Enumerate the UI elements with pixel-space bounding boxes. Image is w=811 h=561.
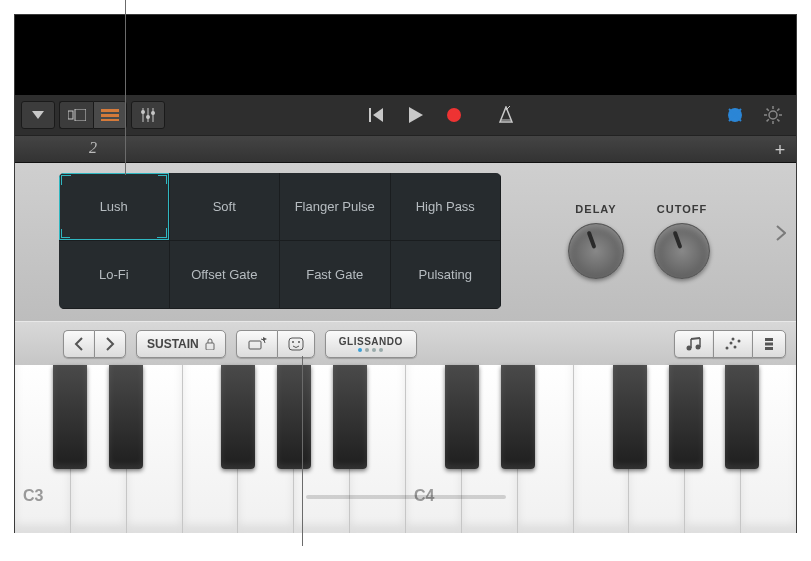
chevron-left-icon xyxy=(74,337,84,351)
delay-knob[interactable] xyxy=(568,223,624,279)
svg-point-44 xyxy=(738,339,741,342)
svg-line-28 xyxy=(777,109,779,111)
view-list-button[interactable] xyxy=(93,101,127,129)
octave-up-button[interactable] xyxy=(94,330,126,358)
svg-point-35 xyxy=(298,341,300,343)
add-track-button[interactable]: + xyxy=(770,140,790,161)
chord-stack-icon xyxy=(763,337,775,351)
lock-icon xyxy=(205,338,215,350)
preset-lo-fi[interactable]: Lo-Fi xyxy=(59,241,170,309)
keyboard-scroll-indicator[interactable] xyxy=(306,495,506,499)
svg-rect-48 xyxy=(765,347,773,350)
panel-next-button[interactable] xyxy=(776,223,786,246)
chevron-right-icon xyxy=(776,225,786,241)
preset-label: Fast Gate xyxy=(306,267,363,282)
knob-area: DELAY CUTOFF xyxy=(529,173,749,309)
preset-label: Lush xyxy=(100,199,128,214)
face-icon xyxy=(288,337,304,351)
master-effects-button[interactable] xyxy=(718,101,752,129)
rewind-button[interactable] xyxy=(361,101,395,129)
svg-marker-0 xyxy=(32,111,44,119)
svg-point-41 xyxy=(726,346,729,349)
arpeggio-chord-button[interactable] xyxy=(752,330,786,358)
timeline-ruler[interactable]: 2 + xyxy=(15,135,796,163)
cutoff-knob-label: CUTOFF xyxy=(657,203,707,215)
arpeggio-pattern-button[interactable] xyxy=(713,330,752,358)
keyboard-mode-button[interactable] xyxy=(236,330,277,358)
svg-rect-31 xyxy=(249,341,261,349)
view-split-button[interactable] xyxy=(59,101,93,129)
preset-high-pass[interactable]: High Pass xyxy=(391,173,502,241)
preset-lush[interactable]: Lush xyxy=(59,173,170,241)
svg-line-27 xyxy=(777,119,779,121)
svg-rect-2 xyxy=(75,109,86,121)
black-key[interactable] xyxy=(501,365,535,469)
record-icon xyxy=(447,108,461,122)
preset-soft[interactable]: Soft xyxy=(170,173,281,241)
view-list-icon xyxy=(101,109,119,121)
svg-point-21 xyxy=(769,111,777,119)
svg-rect-3 xyxy=(101,109,119,112)
svg-rect-47 xyxy=(765,342,773,345)
gear-icon xyxy=(764,106,782,124)
keyboard-swap-icon xyxy=(247,337,267,351)
preset-label: Offset Gate xyxy=(191,267,257,282)
svg-rect-4 xyxy=(101,114,119,117)
svg-line-40 xyxy=(691,338,700,339)
mixer-icon xyxy=(140,107,156,123)
chevron-down-icon xyxy=(32,111,44,119)
svg-point-11 xyxy=(151,111,155,115)
black-key[interactable] xyxy=(221,365,255,469)
svg-rect-5 xyxy=(101,119,119,121)
play-button[interactable] xyxy=(399,101,433,129)
octave-down-button[interactable] xyxy=(63,330,94,358)
black-key[interactable] xyxy=(53,365,87,469)
glissando-page-dots xyxy=(358,348,383,352)
toolbar-dropdown-button[interactable] xyxy=(21,101,55,129)
black-key[interactable] xyxy=(669,365,703,469)
annotation-line-top xyxy=(125,0,126,175)
svg-point-42 xyxy=(730,341,733,344)
instrument-panel: Lush Soft Flanger Pulse High Pass Lo-Fi … xyxy=(15,163,796,321)
black-key[interactable] xyxy=(333,365,367,469)
annotation-line-bottom xyxy=(302,356,303,546)
preset-fast-gate[interactable]: Fast Gate xyxy=(280,241,391,309)
sustain-button[interactable]: SUSTAIN xyxy=(136,330,226,358)
selection-corner-icon xyxy=(61,229,70,238)
black-key[interactable] xyxy=(613,365,647,469)
svg-point-9 xyxy=(141,110,145,114)
keyboard-controls-row: SUSTAIN GLISSANDO xyxy=(15,321,796,365)
black-key[interactable] xyxy=(277,365,311,469)
svg-line-26 xyxy=(767,109,769,111)
record-button[interactable] xyxy=(437,101,471,129)
master-effects-icon xyxy=(726,106,744,124)
preset-label: Flanger Pulse xyxy=(295,199,375,214)
arpeggio-notes-button[interactable] xyxy=(674,330,713,358)
preset-label: Soft xyxy=(213,199,236,214)
preset-pulsating[interactable]: Pulsating xyxy=(391,241,502,309)
preset-offset-gate[interactable]: Offset Gate xyxy=(170,241,281,309)
black-key[interactable] xyxy=(109,365,143,469)
preset-flanger-pulse[interactable]: Flanger Pulse xyxy=(280,173,391,241)
delay-knob-label: DELAY xyxy=(575,203,616,215)
settings-button[interactable] xyxy=(756,101,790,129)
glissando-button[interactable]: GLISSANDO xyxy=(325,330,417,358)
piano-keyboard: C3 C4 xyxy=(15,365,796,533)
svg-point-10 xyxy=(146,115,150,119)
black-key[interactable] xyxy=(725,365,759,469)
app-frame: 2 + Lush Soft Flanger Pulse High Pass Lo… xyxy=(14,14,797,533)
key-label-c3: C3 xyxy=(23,487,43,505)
pattern-icon xyxy=(724,337,742,351)
metronome-button[interactable] xyxy=(489,101,523,129)
face-controls-button[interactable] xyxy=(277,330,315,358)
svg-point-43 xyxy=(734,345,737,348)
svg-rect-46 xyxy=(765,338,773,341)
cutoff-knob[interactable] xyxy=(654,223,710,279)
black-key[interactable] xyxy=(445,365,479,469)
svg-rect-1 xyxy=(68,111,73,119)
mixer-button[interactable] xyxy=(131,101,165,129)
svg-marker-13 xyxy=(373,108,383,122)
view-split-icon xyxy=(68,109,86,121)
preset-grid: Lush Soft Flanger Pulse High Pass Lo-Fi … xyxy=(59,173,501,309)
play-icon xyxy=(409,107,423,123)
